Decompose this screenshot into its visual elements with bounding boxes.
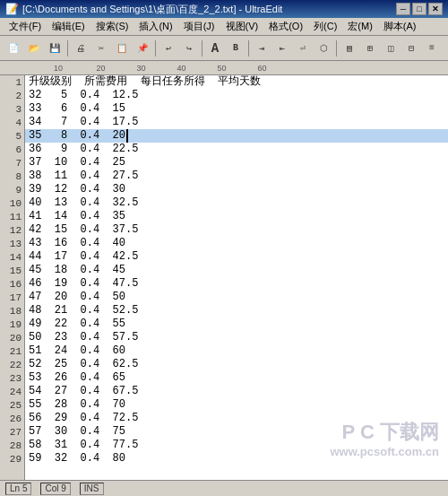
indent-button[interactable]: ⇥: [252, 39, 271, 58]
find-button[interactable]: A: [205, 39, 225, 58]
font-bold-button[interactable]: B: [226, 39, 246, 58]
paste-button[interactable]: 📌: [133, 39, 152, 58]
title-bar-buttons: ─ □ ✕: [396, 3, 443, 15]
text-line: 32 5 0.4 12.5: [25, 89, 448, 102]
outdent-button[interactable]: ⇤: [272, 39, 292, 58]
text-line: 55 28 0.4 70: [25, 398, 448, 412]
text-line: 42 15 0.4 37.5: [25, 223, 448, 237]
line-number: 3: [0, 102, 24, 116]
menu-insert[interactable]: 插入(N): [134, 19, 177, 34]
app-window: 📝 [C:\Documents and Settings\1\桌面\百度_2_2…: [0, 0, 448, 496]
status-line: Ln 5: [5, 483, 31, 495]
text-line: 36 9 0.4 22.5: [25, 143, 448, 156]
text-line: 47 20 0.4 50: [25, 291, 448, 304]
line-numbers: 1234567891011121314151617181920212223242…: [0, 75, 25, 480]
text-line: 53 26 0.4 65: [25, 371, 448, 385]
line-number: 13: [0, 237, 24, 250]
line-number: 22: [0, 358, 24, 371]
menu-edit[interactable]: 编辑(E): [47, 19, 90, 34]
extra-btn1[interactable]: ▤: [340, 39, 359, 58]
text-line: 51 24 0.4 60: [25, 344, 448, 358]
line-number: 16: [0, 277, 24, 291]
text-line: 48 21 0.4 52.5: [25, 304, 448, 318]
open-button[interactable]: 📂: [24, 39, 44, 58]
new-button[interactable]: 📄: [4, 39, 23, 58]
extra-btn2[interactable]: ⊞: [360, 39, 380, 58]
line-number: 4: [0, 116, 24, 129]
text-line: 56 29 0.4 72.5: [25, 412, 448, 425]
text-line: 40 13 0.4 32.5: [25, 196, 448, 210]
menu-file[interactable]: 文件(F): [4, 19, 47, 34]
text-line: 49 22 0.4 55: [25, 318, 448, 331]
text-line: 44 17 0.4 42.5: [25, 250, 448, 264]
toolbar-separator-3: [202, 40, 202, 57]
hex-button[interactable]: ⬡: [314, 39, 333, 58]
line-number: 10: [0, 196, 24, 210]
toolbar-separator-1: [67, 40, 68, 57]
text-line: 37 10 0.4 25: [25, 156, 448, 170]
menu-column[interactable]: 列(C): [308, 19, 342, 34]
text-line: 50 23 0.4 57.5: [25, 331, 448, 344]
text-line: 57 30 0.4 75: [25, 425, 448, 439]
text-cursor: [126, 129, 134, 143]
toolbar-separator-5: [336, 40, 337, 57]
text-line: 41 14 0.4 35: [25, 210, 448, 223]
undo-button[interactable]: ↩: [159, 39, 178, 58]
line-number: 12: [0, 223, 24, 237]
line-number: 23: [0, 371, 24, 385]
line-number: 18: [0, 304, 24, 318]
line-number: 21: [0, 344, 24, 358]
text-line: 46 19 0.4 47.5: [25, 277, 448, 291]
text-line: 54 27 0.4 67.5: [25, 385, 448, 398]
copy-button[interactable]: 📋: [112, 39, 132, 58]
wordwrap-button[interactable]: ⏎: [293, 39, 313, 58]
minimize-button[interactable]: ─: [396, 3, 410, 15]
line-number: 29: [0, 452, 24, 466]
text-line: 59 32 0.4 80: [25, 452, 448, 466]
extra-btn5[interactable]: ≡: [422, 39, 442, 58]
extra-btn3[interactable]: ◫: [381, 39, 401, 58]
line-number: 6: [0, 143, 24, 156]
toolbar: 📄 📂 💾 🖨 ✂ 📋 📌 ↩ ↪ A B ⇥ ⇤ ⏎ ⬡ ▤ ⊞ ◫ ⊟ ≡: [0, 36, 448, 61]
line-number: 28: [0, 439, 24, 452]
line-number: 17: [0, 291, 24, 304]
menu-project[interactable]: 项目(J): [178, 19, 220, 34]
text-line: 52 25 0.4 62.5: [25, 358, 448, 371]
line-number: 27: [0, 425, 24, 439]
status-col: Col 9: [40, 483, 70, 495]
line-number: 19: [0, 318, 24, 331]
close-button[interactable]: ✕: [428, 3, 443, 15]
menu-script[interactable]: 脚本(A): [378, 19, 422, 34]
menu-macro[interactable]: 宏(M): [342, 19, 378, 34]
cut-button[interactable]: ✂: [91, 39, 111, 58]
toolbar-separator-4: [248, 40, 249, 57]
text-line: 39 12 0.4 30: [25, 183, 448, 196]
redo-button[interactable]: ↪: [179, 39, 199, 58]
text-line: 33 6 0.4 15: [25, 102, 448, 116]
text-line: 34 7 0.4 17.5: [25, 116, 448, 129]
menu-bar: 文件(F) 编辑(E) 搜索(S) 插入(N) 项目(J) 视图(V) 格式(O…: [0, 18, 448, 36]
ruler-label: 10 20 30 40 50 60: [31, 64, 267, 73]
line-number: 5: [0, 129, 24, 143]
line-text: 35 8 0.4 20: [29, 129, 125, 143]
line-number: 9: [0, 183, 24, 196]
print-button[interactable]: 🖨: [71, 39, 90, 58]
line-number: 1: [0, 75, 24, 89]
app-icon: 📝: [5, 3, 19, 15]
save-button[interactable]: 💾: [45, 39, 65, 58]
line-number: 15: [0, 264, 24, 277]
line-number: 24: [0, 385, 24, 398]
line-number: 26: [0, 412, 24, 425]
line-number: 25: [0, 398, 24, 412]
menu-format[interactable]: 格式(O): [263, 19, 308, 34]
line-number: 14: [0, 250, 24, 264]
menu-view[interactable]: 视图(V): [220, 19, 264, 34]
maximize-button[interactable]: □: [412, 3, 426, 15]
text-line: 43 16 0.4 40: [25, 237, 448, 250]
text-line: 58 31 0.4 77.5: [25, 439, 448, 452]
text-area[interactable]: 升级级别 所需费用 每日任务所得 平均天数32 5 0.4 12.533 6 0…: [25, 75, 448, 480]
menu-search[interactable]: 搜索(S): [90, 19, 134, 34]
status-mode: INS: [80, 483, 104, 495]
title-bar-text: [C:\Documents and Settings\1\桌面\百度_2_2.t…: [22, 3, 282, 16]
extra-btn4[interactable]: ⊟: [401, 39, 421, 58]
